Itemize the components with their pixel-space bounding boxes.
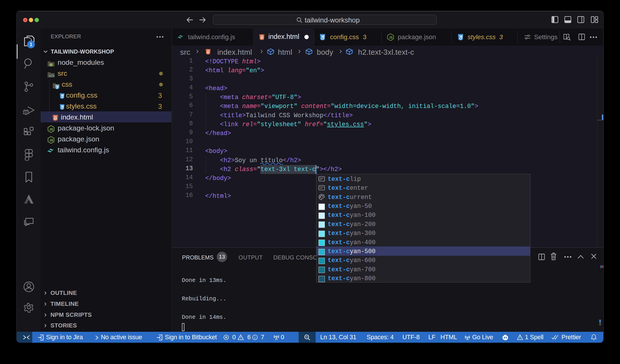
svg-text:JS: JS [389, 36, 393, 39]
svg-text:</>: </> [49, 74, 55, 78]
svg-text:JS: JS [49, 128, 53, 131]
svg-text:JS: JS [49, 139, 53, 142]
